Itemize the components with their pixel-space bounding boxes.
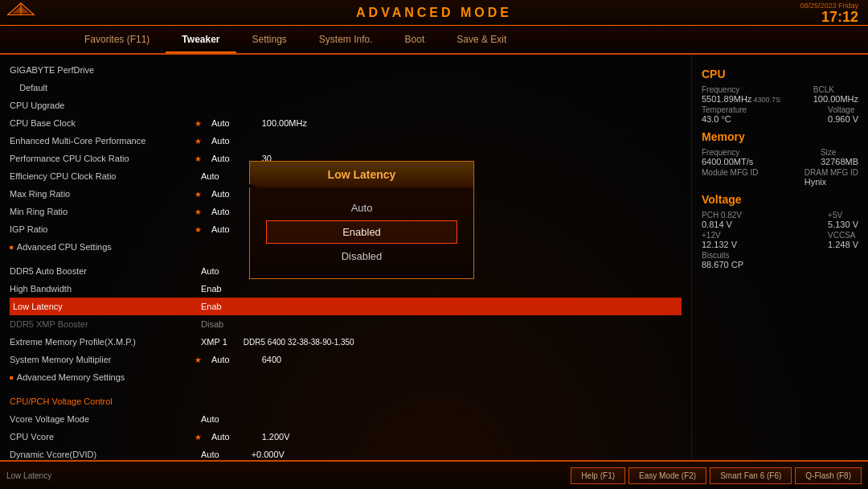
- bottom-buttons: Help (F1) Easy Mode (F2) Smart Fan 6 (F6…: [571, 467, 862, 484]
- setting-value: Auto: [201, 414, 219, 424]
- tab-save-exit[interactable]: Save & Exit: [440, 26, 522, 53]
- star-icon: ★: [194, 190, 202, 199]
- dropdown-option-disabled[interactable]: Disabled: [266, 245, 457, 267]
- setting-label: Efficiency CPU Clock Ratio: [10, 171, 194, 181]
- bullet-icon: ■: [10, 244, 14, 251]
- cpu-freq-value-display: 5501.89MHz 4300.7S: [702, 94, 780, 104]
- setting-label: CPU Vcore: [10, 432, 194, 442]
- setting-advanced-memory[interactable]: ■ Advanced Memory Settings: [10, 368, 682, 386]
- setting-gigabyte-perfdrive[interactable]: GIGABYTE PerfDrive: [10, 61, 682, 79]
- setting-value-area: ★ Auto: [194, 189, 230, 199]
- cpu-freq-main: 5501.89MHz: [702, 94, 751, 104]
- setting-label: DDR5 Auto Booster: [10, 266, 194, 276]
- setting-value-area: ★ Auto: [194, 136, 230, 146]
- setting-cpu-vcore[interactable]: CPU Vcore ★ Auto 1.200V: [10, 428, 682, 446]
- easy-mode-button[interactable]: Easy Mode (F2): [628, 467, 706, 484]
- setting-value-voltage: 1.200V: [262, 432, 290, 442]
- setting-high-bandwidth[interactable]: High Bandwidth Enab: [10, 280, 682, 298]
- memory-module-row: Module MFG ID DRAM MFG ID Hynix: [702, 168, 858, 187]
- biscuits-value: 88.670 CP: [702, 260, 743, 269]
- mem-freq-value: 6400.00MT/s: [702, 157, 753, 166]
- cpu-temp-row: Temperature 43.0 °C Voltage 0.960 V: [702, 105, 858, 124]
- setting-cpu-base-clock[interactable]: CPU Base Clock ★ Auto 100.00MHz: [10, 114, 682, 132]
- 5v-value: 5.130 V: [828, 220, 858, 229]
- setting-value-area: Auto: [194, 266, 219, 276]
- 12v-label: +12V: [702, 231, 737, 240]
- setting-label: Min Ring Ratio: [10, 207, 194, 216]
- setting-low-latency[interactable]: Low Latency Enab: [10, 298, 682, 315]
- dropdown-option-auto[interactable]: Auto: [266, 197, 457, 219]
- setting-cpu-pch-voltage[interactable]: CPU/PCH Voltage Control: [10, 392, 682, 410]
- setting-enhanced-multi-core[interactable]: Enhanced Multi-Core Performance ★ Auto: [10, 132, 682, 150]
- tab-settings[interactable]: Settings: [236, 26, 303, 53]
- setting-label: CPU Upgrade: [10, 101, 194, 110]
- tab-sysinfo[interactable]: System Info.: [303, 26, 389, 53]
- setting-value-area: ★ Auto 6400: [194, 355, 281, 364]
- setting-label: DDR5 XMP Booster: [10, 319, 194, 329]
- smart-fan-button[interactable]: Smart Fan 6 (F6): [710, 467, 792, 484]
- tab-boot[interactable]: Boot: [389, 26, 441, 53]
- voltage-biscuits-row: Biscuits 88.670 CP: [702, 251, 858, 269]
- setting-ddr5-xmp-booster[interactable]: DDR5 XMP Booster Disab: [10, 315, 682, 333]
- setting-value: Enab: [201, 284, 222, 294]
- pch-value: 0.814 V: [702, 220, 742, 229]
- star-icon: ★: [194, 154, 202, 163]
- setting-value: Auto: [201, 266, 219, 276]
- qflash-button[interactable]: Q-Flash (F8): [795, 467, 862, 484]
- dropdown-option-enabled[interactable]: Enabled: [266, 220, 457, 244]
- setting-label: Vcore Voltage Mode: [10, 414, 194, 424]
- setting-label: Low Latency: [10, 302, 194, 311]
- cpu-freq-sub: 4300.7S: [753, 96, 780, 104]
- setting-label: Advanced Memory Settings: [17, 372, 195, 382]
- voltage-pch-row: PCH 0.82V 0.814 V +5V 5.130 V: [702, 211, 858, 229]
- 12v-value: 12.132 V: [702, 240, 737, 249]
- cpu-freq-label: Frequency: [702, 85, 780, 94]
- star-icon: ★: [194, 137, 202, 146]
- setting-cpu-upgrade[interactable]: CPU Upgrade: [10, 97, 682, 114]
- mem-size-label: Size: [821, 148, 858, 157]
- setting-extreme-memory[interactable]: Extreme Memory Profile(X.M.P.) XMP 1 DDR…: [10, 333, 682, 351]
- setting-value-auto: Auto: [211, 118, 230, 128]
- star-icon: ★: [194, 433, 202, 442]
- page-title: ADVANCED MODE: [356, 6, 512, 20]
- setting-sys-mem-mult[interactable]: System Memory Multiplier ★ Auto 6400: [10, 351, 682, 368]
- memory-freq-row: Frequency 6400.00MT/s Size 32768MB: [702, 148, 858, 166]
- cpu-temp-value: 43.0 °C: [702, 114, 747, 124]
- setting-value: Auto: [211, 224, 230, 234]
- setting-value-freq: 6400: [262, 355, 281, 364]
- vccsa-value: 1.248 V: [828, 240, 858, 249]
- cpu-temp-label: Temperature: [702, 105, 747, 114]
- setting-label: Dynamic Vcore(DVID): [10, 450, 194, 459]
- cpu-freq-row: Frequency 5501.89MHz 4300.7S BCLK 100.00…: [702, 85, 858, 104]
- setting-value-area: Auto: [194, 414, 219, 424]
- setting-optimization[interactable]: Default: [10, 79, 682, 97]
- tab-tweaker[interactable]: Tweaker: [166, 26, 235, 53]
- header-bar: AORUS ADVANCED MODE 08/25/2023 Friday 17…: [0, 0, 868, 26]
- info-panel: CPU Frequency 5501.89MHz 4300.7S BCLK 10…: [691, 55, 868, 460]
- tab-favorites[interactable]: Favorites (F11): [68, 26, 166, 53]
- setting-value-area: ★ Auto 100.00MHz: [194, 118, 307, 128]
- setting-value-area: Auto +0.000V: [194, 450, 285, 459]
- dram-value: Hynix: [805, 177, 858, 187]
- setting-value-area: Enab: [194, 284, 222, 294]
- setting-value-profile: DDR5 6400 32-38-38-90-1.350: [244, 338, 354, 347]
- low-latency-dropdown: Low Latency Auto Enabled Disabled: [249, 161, 474, 279]
- setting-dynamic-vcore[interactable]: Dynamic Vcore(DVID) Auto +0.000V: [10, 446, 682, 460]
- setting-value-freq: 100.00MHz: [262, 118, 307, 128]
- aorus-logo-icon: [6, 2, 35, 18]
- nav-tabs: Favorites (F11) Tweaker Settings System …: [0, 26, 868, 55]
- setting-value: XMP 1: [201, 337, 227, 347]
- setting-value-area: XMP 1 DDR5 6400 32-38-38-90-1.350: [194, 337, 354, 347]
- setting-value: Enab: [201, 302, 222, 311]
- biscuits-label: Biscuits: [702, 251, 743, 260]
- help-button[interactable]: Help (F1): [571, 467, 625, 484]
- star-icon: ★: [194, 119, 202, 128]
- setting-label: Max Ring Ratio: [10, 189, 194, 199]
- setting-value: Auto: [211, 207, 230, 216]
- memory-section-title: Memory: [702, 130, 858, 143]
- setting-label: Enhanced Multi-Core Performance: [10, 136, 194, 146]
- voltage-12v-row: +12V 12.132 V VCCSA 1.248 V: [702, 231, 858, 249]
- setting-label: Performance CPU Clock Ratio: [10, 154, 194, 163]
- setting-label: System Memory Multiplier: [10, 355, 194, 364]
- setting-vcore-mode[interactable]: Vcore Voltage Mode Auto: [10, 410, 682, 428]
